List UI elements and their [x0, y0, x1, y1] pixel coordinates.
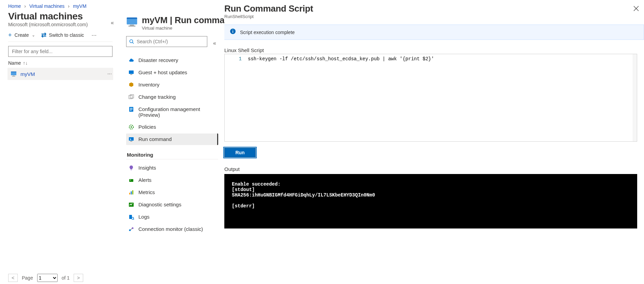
svg-rect-25 [132, 190, 133, 194]
search-input[interactable] [126, 36, 207, 47]
svg-line-29 [133, 219, 134, 220]
svg-rect-36 [233, 31, 233, 33]
collapse-pane-icon[interactable]: « [111, 20, 114, 26]
chevron-right-icon: › [24, 3, 26, 9]
column-header-name[interactable]: Name ↑↓ [8, 60, 113, 66]
box-icon [128, 82, 134, 88]
doc-icon [128, 106, 134, 112]
svg-rect-20 [131, 170, 132, 170]
svg-rect-21 [129, 179, 133, 182]
tenant-label: Microsoft (microsoft.onmicrosoft.com) [8, 22, 113, 27]
svg-rect-19 [129, 137, 134, 141]
status-banner: Script execution complete [224, 25, 644, 40]
alert-icon [128, 177, 134, 183]
shield-icon [128, 124, 134, 130]
diag-icon [128, 202, 134, 208]
sidebar-item-label: Metrics [138, 189, 155, 195]
close-icon[interactable] [633, 5, 639, 13]
track-icon [128, 94, 134, 100]
editor-label: Linux Shell Script [224, 47, 637, 53]
page-label: Page [22, 275, 33, 281]
list-item[interactable]: myVM ··· [8, 68, 113, 80]
sort-icon: ↑↓ [23, 60, 28, 66]
create-label: Create [15, 32, 29, 38]
svg-rect-14 [130, 108, 133, 109]
sidebar-item-policies[interactable]: Policies [126, 121, 218, 133]
sidebar-item-label: Insights [138, 165, 156, 171]
sidebar-item-logs[interactable]: Logs [126, 211, 218, 223]
sidebar-item-alerts[interactable]: Alerts [126, 174, 218, 186]
page-select[interactable]: 1 [37, 274, 58, 282]
switch-classic-button[interactable]: ⇄ Switch to classic [41, 31, 84, 39]
sidebar-section-monitoring: Monitoring [126, 152, 218, 159]
blade-title: myVM | Run command [142, 15, 235, 26]
sidebar-item-guest-host-updates[interactable]: Guest + host updates [126, 67, 218, 78]
output-label: Output [224, 166, 637, 172]
sidebar-item-label: Disaster recovery [138, 57, 178, 63]
script-editor[interactable]: 1 ssh-keygen -lf /etc/ssh/ssh_host_ecdsa… [224, 54, 637, 142]
line-number: 1 [225, 54, 245, 141]
vm-link[interactable]: myVM [20, 71, 104, 77]
page-of-label: of 1 [62, 275, 70, 281]
sidebar-item-connection-monitor-classic[interactable]: Connection monitor (classic) [126, 223, 218, 235]
col-name-label: Name [8, 60, 21, 66]
more-icon[interactable]: ··· [90, 32, 98, 39]
sidebar-item-label: Run command [138, 136, 172, 142]
chart-icon [128, 189, 134, 195]
sidebar-item-configuration-management-preview[interactable]: Configuration management (Preview) [126, 104, 218, 121]
svg-rect-7 [129, 26, 135, 27]
sidebar-item-label: Connection monitor (classic) [138, 226, 203, 232]
sidebar-item-change-tracking[interactable]: Change tracking [126, 91, 218, 103]
vm-icon [126, 16, 138, 28]
sidebar-item-inventory[interactable]: Inventory [126, 79, 218, 91]
run-button[interactable]: Run [224, 148, 256, 157]
prev-page-button[interactable]: < [8, 274, 18, 282]
sidebar-item-metrics[interactable]: Metrics [126, 187, 218, 198]
sidebar-item-diagnostic-settings[interactable]: Diagnostic settings [126, 199, 218, 210]
sidebar-item-label: Diagnostic settings [138, 202, 181, 207]
switch-label: Switch to classic [49, 32, 84, 38]
chevron-right-icon: › [68, 3, 70, 9]
svg-rect-24 [131, 191, 132, 194]
sidebar-item-insights[interactable]: Insights [126, 162, 218, 174]
svg-line-32 [131, 228, 132, 230]
sidebar-item-label: Alerts [138, 177, 151, 183]
sidebar-item-disaster-recovery[interactable]: Disaster recovery [126, 54, 218, 66]
sidebar-item-run-command[interactable]: Run command [126, 133, 218, 145]
filter-input[interactable] [8, 46, 113, 57]
svg-line-9 [133, 43, 134, 44]
row-more-icon[interactable]: ··· [107, 71, 112, 77]
svg-point-18 [131, 126, 132, 128]
svg-rect-1 [11, 72, 16, 72]
next-page-button[interactable]: > [74, 274, 83, 282]
rcs-title: Run Command Script [224, 3, 644, 14]
page-title: Virtual machines [8, 11, 113, 22]
script-text[interactable]: ssh-keygen -lf /etc/ssh/ssh_host_ecdsa_k… [245, 54, 633, 141]
svg-point-8 [130, 40, 133, 43]
sidebar-item-label: Guest + host updates [138, 69, 187, 75]
info-icon [230, 28, 236, 36]
banner-text: Script execution complete [240, 30, 295, 35]
bulb-icon [128, 165, 134, 171]
sidebar-item-label: Logs [138, 214, 150, 220]
breadcrumb-home[interactable]: Home [8, 3, 21, 9]
collapse-pane-icon[interactable]: « [213, 40, 216, 46]
plus-icon: + [8, 32, 12, 38]
chevron-down-icon: ⌄ [32, 33, 35, 37]
cloud-icon [128, 57, 134, 63]
output-console: Enable succeeded: [stdout] SHA256:ihHuGN… [224, 174, 637, 228]
run-icon [128, 136, 134, 142]
breadcrumb-vm[interactable]: myVM [73, 3, 87, 9]
breadcrumb-vms[interactable]: Virtual machines [29, 3, 64, 9]
rcs-subtitle: RunShellScript [224, 14, 644, 19]
conn-icon [128, 226, 134, 232]
svg-rect-37 [233, 30, 233, 30]
svg-rect-5 [127, 17, 137, 19]
svg-rect-23 [129, 193, 130, 194]
editor-minimap[interactable] [633, 54, 637, 141]
create-button[interactable]: + Create ⌄ [8, 31, 35, 39]
blade-subtitle: Virtual machine [142, 26, 235, 31]
breadcrumb: Home › Virtual machines › myVM [0, 3, 121, 9]
svg-rect-15 [130, 109, 133, 110]
sidebar-item-label: Change tracking [138, 94, 176, 100]
